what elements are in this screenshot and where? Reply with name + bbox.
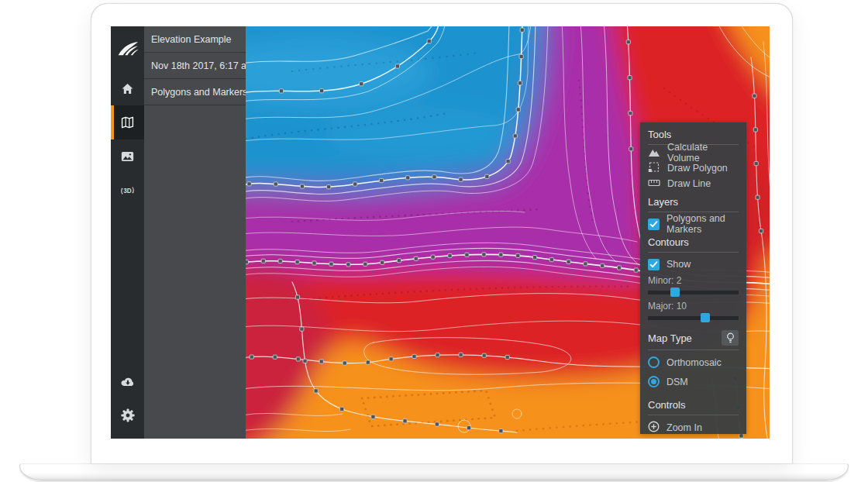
plus-circle-icon [648, 421, 660, 435]
ruler-icon [648, 177, 660, 191]
controls-section-header: Controls [648, 389, 739, 415]
map-type-option-orthomosaic[interactable]: Orthomosaic [648, 355, 739, 370]
contours-show-checkbox[interactable]: Show [648, 256, 739, 272]
cloud-download-icon [120, 376, 136, 387]
checkbox-checked-icon [648, 219, 660, 230]
project-date: Nov 18th 2017, 6:17 am [144, 53, 246, 79]
photos-icon [121, 151, 134, 162]
laptop-bezel: 3D [91, 3, 793, 463]
lightbulb-icon[interactable] [722, 330, 739, 346]
draw-polygon-button[interactable]: Draw Polygon [648, 160, 739, 176]
sidebar-item-home[interactable] [111, 71, 144, 105]
sidebar-item-map[interactable] [111, 105, 144, 139]
radio-selected-icon [648, 376, 660, 387]
map-viewport[interactable]: Tools Calculate Volume Draw Polygon [246, 26, 770, 439]
map-icon [121, 116, 134, 129]
laptop-base [19, 463, 849, 480]
mountain-icon [648, 146, 660, 160]
major-contour-label: Major: 10 [648, 301, 739, 312]
slider-track[interactable] [648, 316, 739, 320]
calculate-volume-button[interactable]: Calculate Volume [648, 145, 739, 160]
checkbox-checked-icon [648, 259, 660, 270]
svg-text:3D: 3D [123, 188, 132, 195]
rotate-3d-icon: 3D [120, 184, 135, 198]
slider-thumb[interactable] [670, 287, 680, 297]
draw-line-button[interactable]: Draw Line [648, 176, 739, 191]
contours-section-header: Contours [648, 232, 739, 253]
zoom-in-button[interactable]: Zoom In [648, 420, 739, 435]
sidebar-spacer [111, 208, 144, 364]
layers-section-header: Layers [648, 191, 739, 212]
major-contour-slider[interactable] [648, 314, 739, 322]
sidebar: 3D [111, 26, 144, 439]
sidebar-item-sync[interactable] [111, 364, 144, 398]
minor-contour-label: Minor: 2 [648, 275, 739, 286]
sidebar-item-settings[interactable] [111, 398, 144, 432]
map-type-option-dsm[interactable]: DSM [648, 374, 739, 389]
minor-contour-slider[interactable] [648, 288, 739, 296]
dashed-polygon-icon [648, 161, 660, 175]
slider-thumb[interactable] [701, 313, 710, 322]
project-layer-item[interactable]: Polygons and Markers [144, 79, 246, 105]
project-panel: Elevation Example Nov 18th 2017, 6:17 am… [144, 26, 246, 439]
map-type-section-header: Map Type [648, 322, 739, 350]
radio-unselected-icon [648, 356, 660, 368]
tools-panel: Tools Calculate Volume Draw Polygon [640, 122, 746, 434]
dronedeploy-wing-logo [111, 26, 144, 71]
gear-icon [121, 408, 135, 422]
app-screen: 3D [111, 26, 770, 439]
sidebar-item-photos[interactable] [111, 139, 144, 174]
layer-polygons-markers-checkbox[interactable]: Polygons and Markers [648, 216, 739, 232]
slider-track[interactable] [648, 291, 739, 294]
project-title[interactable]: Elevation Example [144, 26, 246, 53]
sidebar-item-3d-view[interactable]: 3D [111, 174, 144, 208]
home-icon [121, 83, 134, 95]
